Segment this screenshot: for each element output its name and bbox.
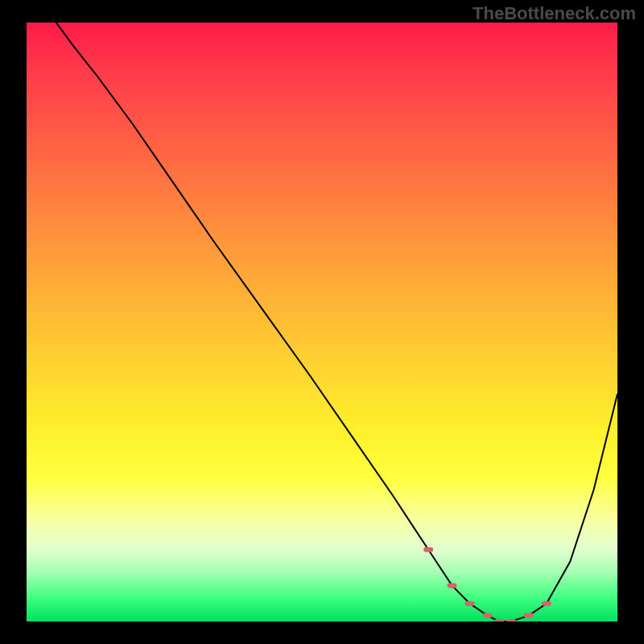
watermark-text: TheBottleneck.com [473,3,636,24]
valley-marker [483,613,493,618]
valley-marker [423,547,433,552]
bottleneck-curve [56,23,617,621]
valley-marker [494,619,504,621]
valley-markers-group [423,547,551,621]
valley-marker [506,619,516,621]
valley-marker [448,583,457,588]
valley-marker [542,601,551,606]
chart-plot-area [27,23,617,621]
valley-marker [524,613,534,618]
valley-marker [465,601,475,606]
chart-svg [27,23,617,621]
